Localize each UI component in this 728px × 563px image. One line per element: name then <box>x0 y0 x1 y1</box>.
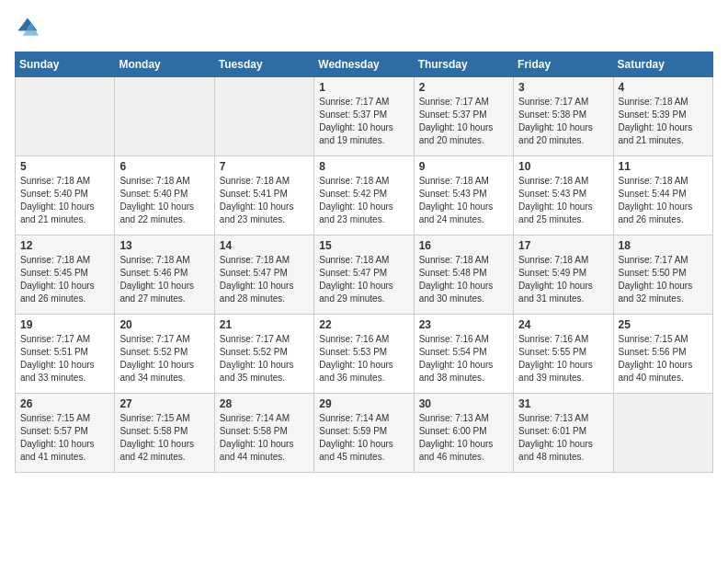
day-info: Sunrise: 7:18 AM Sunset: 5:49 PM Dayligh… <box>518 254 608 305</box>
day-number: 12 <box>20 239 109 252</box>
day-number: 24 <box>518 318 608 331</box>
day-cell: 7Sunrise: 7:18 AM Sunset: 5:41 PM Daylig… <box>214 156 313 236</box>
header-row: SundayMondayTuesdayWednesdayThursdayFrid… <box>16 52 713 77</box>
day-cell: 27Sunrise: 7:15 AM Sunset: 5:58 PM Dayli… <box>115 394 214 473</box>
day-number: 22 <box>319 318 408 331</box>
day-number: 19 <box>20 318 109 331</box>
day-cell: 25Sunrise: 7:15 AM Sunset: 5:56 PM Dayli… <box>613 315 712 394</box>
day-number: 4 <box>619 81 708 94</box>
calendar-table: SundayMondayTuesdayWednesdayThursdayFrid… <box>15 52 713 473</box>
week-row-2: 5Sunrise: 7:18 AM Sunset: 5:40 PM Daylig… <box>16 156 713 236</box>
day-info: Sunrise: 7:17 AM Sunset: 5:52 PM Dayligh… <box>220 333 309 385</box>
day-cell: 31Sunrise: 7:13 AM Sunset: 6:01 PM Dayli… <box>514 394 613 473</box>
day-info: Sunrise: 7:17 AM Sunset: 5:37 PM Dayligh… <box>419 96 508 147</box>
day-number: 16 <box>419 239 508 252</box>
day-info: Sunrise: 7:17 AM Sunset: 5:37 PM Dayligh… <box>319 96 408 147</box>
day-info: Sunrise: 7:18 AM Sunset: 5:40 PM Dayligh… <box>119 175 209 226</box>
day-cell: 9Sunrise: 7:18 AM Sunset: 5:43 PM Daylig… <box>414 156 513 236</box>
day-number: 15 <box>319 239 408 252</box>
day-number: 2 <box>419 81 508 94</box>
header-cell-monday: Monday <box>115 52 214 77</box>
day-info: Sunrise: 7:15 AM Sunset: 5:56 PM Dayligh… <box>619 333 708 385</box>
day-cell: 6Sunrise: 7:18 AM Sunset: 5:40 PM Daylig… <box>115 156 214 236</box>
day-cell: 28Sunrise: 7:14 AM Sunset: 5:58 PM Dayli… <box>214 394 313 473</box>
day-number: 14 <box>220 239 309 252</box>
day-cell: 16Sunrise: 7:18 AM Sunset: 5:48 PM Dayli… <box>414 236 513 315</box>
day-number: 17 <box>518 239 608 252</box>
page-header <box>15 15 713 40</box>
day-info: Sunrise: 7:14 AM Sunset: 5:59 PM Dayligh… <box>319 412 408 464</box>
day-cell <box>613 394 712 473</box>
day-number: 28 <box>220 397 309 410</box>
day-info: Sunrise: 7:18 AM Sunset: 5:48 PM Dayligh… <box>419 254 508 305</box>
day-info: Sunrise: 7:15 AM Sunset: 5:57 PM Dayligh… <box>20 412 109 464</box>
header-cell-wednesday: Wednesday <box>314 52 414 77</box>
day-info: Sunrise: 7:18 AM Sunset: 5:43 PM Dayligh… <box>419 175 508 226</box>
day-cell: 18Sunrise: 7:17 AM Sunset: 5:50 PM Dayli… <box>613 236 712 315</box>
day-number: 5 <box>20 160 109 173</box>
logo <box>15 15 44 40</box>
week-row-3: 12Sunrise: 7:18 AM Sunset: 5:45 PM Dayli… <box>16 236 713 315</box>
day-info: Sunrise: 7:18 AM Sunset: 5:44 PM Dayligh… <box>619 175 708 226</box>
day-cell <box>115 77 214 156</box>
day-cell: 11Sunrise: 7:18 AM Sunset: 5:44 PM Dayli… <box>613 156 712 236</box>
week-row-4: 19Sunrise: 7:17 AM Sunset: 5:51 PM Dayli… <box>16 315 713 394</box>
day-number: 6 <box>119 160 209 173</box>
day-info: Sunrise: 7:16 AM Sunset: 5:54 PM Dayligh… <box>419 333 508 385</box>
day-cell: 29Sunrise: 7:14 AM Sunset: 5:59 PM Dayli… <box>314 394 414 473</box>
day-info: Sunrise: 7:18 AM Sunset: 5:46 PM Dayligh… <box>119 254 209 305</box>
day-number: 26 <box>20 397 109 410</box>
day-cell: 4Sunrise: 7:18 AM Sunset: 5:39 PM Daylig… <box>613 77 712 156</box>
day-info: Sunrise: 7:17 AM Sunset: 5:52 PM Dayligh… <box>119 333 209 385</box>
header-cell-friday: Friday <box>514 52 613 77</box>
day-info: Sunrise: 7:13 AM Sunset: 6:00 PM Dayligh… <box>419 412 508 464</box>
day-cell: 17Sunrise: 7:18 AM Sunset: 5:49 PM Dayli… <box>514 236 613 315</box>
day-number: 27 <box>119 397 209 410</box>
day-info: Sunrise: 7:18 AM Sunset: 5:42 PM Dayligh… <box>319 175 408 226</box>
day-cell <box>16 77 115 156</box>
header-cell-thursday: Thursday <box>414 52 513 77</box>
day-cell: 30Sunrise: 7:13 AM Sunset: 6:00 PM Dayli… <box>414 394 513 473</box>
day-info: Sunrise: 7:18 AM Sunset: 5:45 PM Dayligh… <box>20 254 109 305</box>
day-number: 1 <box>319 81 408 94</box>
day-number: 23 <box>419 318 508 331</box>
day-info: Sunrise: 7:18 AM Sunset: 5:39 PM Dayligh… <box>619 96 708 147</box>
day-info: Sunrise: 7:18 AM Sunset: 5:41 PM Dayligh… <box>220 175 309 226</box>
day-info: Sunrise: 7:17 AM Sunset: 5:38 PM Dayligh… <box>518 96 608 147</box>
day-cell: 5Sunrise: 7:18 AM Sunset: 5:40 PM Daylig… <box>16 156 115 236</box>
logo-icon <box>15 15 40 40</box>
day-number: 10 <box>518 160 608 173</box>
week-row-1: 1Sunrise: 7:17 AM Sunset: 5:37 PM Daylig… <box>16 77 713 156</box>
week-row-5: 26Sunrise: 7:15 AM Sunset: 5:57 PM Dayli… <box>16 394 713 473</box>
day-cell <box>214 77 313 156</box>
day-cell: 23Sunrise: 7:16 AM Sunset: 5:54 PM Dayli… <box>414 315 513 394</box>
day-info: Sunrise: 7:14 AM Sunset: 5:58 PM Dayligh… <box>220 412 309 464</box>
day-info: Sunrise: 7:16 AM Sunset: 5:53 PM Dayligh… <box>319 333 408 385</box>
day-number: 11 <box>619 160 708 173</box>
day-cell: 26Sunrise: 7:15 AM Sunset: 5:57 PM Dayli… <box>16 394 115 473</box>
day-cell: 12Sunrise: 7:18 AM Sunset: 5:45 PM Dayli… <box>16 236 115 315</box>
day-info: Sunrise: 7:15 AM Sunset: 5:58 PM Dayligh… <box>119 412 209 464</box>
day-number: 31 <box>518 397 608 410</box>
day-cell: 14Sunrise: 7:18 AM Sunset: 5:47 PM Dayli… <box>214 236 313 315</box>
day-info: Sunrise: 7:16 AM Sunset: 5:55 PM Dayligh… <box>518 333 608 385</box>
day-number: 9 <box>419 160 508 173</box>
day-cell: 21Sunrise: 7:17 AM Sunset: 5:52 PM Dayli… <box>214 315 313 394</box>
day-number: 18 <box>619 239 708 252</box>
day-number: 20 <box>119 318 209 331</box>
day-info: Sunrise: 7:17 AM Sunset: 5:50 PM Dayligh… <box>619 254 708 305</box>
day-cell: 24Sunrise: 7:16 AM Sunset: 5:55 PM Dayli… <box>514 315 613 394</box>
header-cell-tuesday: Tuesday <box>214 52 313 77</box>
day-info: Sunrise: 7:18 AM Sunset: 5:47 PM Dayligh… <box>220 254 309 305</box>
day-number: 29 <box>319 397 408 410</box>
day-number: 25 <box>619 318 708 331</box>
day-number: 8 <box>319 160 408 173</box>
day-info: Sunrise: 7:13 AM Sunset: 6:01 PM Dayligh… <box>518 412 608 464</box>
day-number: 3 <box>518 81 608 94</box>
day-cell: 10Sunrise: 7:18 AM Sunset: 5:43 PM Dayli… <box>514 156 613 236</box>
day-info: Sunrise: 7:18 AM Sunset: 5:47 PM Dayligh… <box>319 254 408 305</box>
day-number: 21 <box>220 318 309 331</box>
day-number: 13 <box>119 239 209 252</box>
day-cell: 15Sunrise: 7:18 AM Sunset: 5:47 PM Dayli… <box>314 236 414 315</box>
day-cell: 3Sunrise: 7:17 AM Sunset: 5:38 PM Daylig… <box>514 77 613 156</box>
